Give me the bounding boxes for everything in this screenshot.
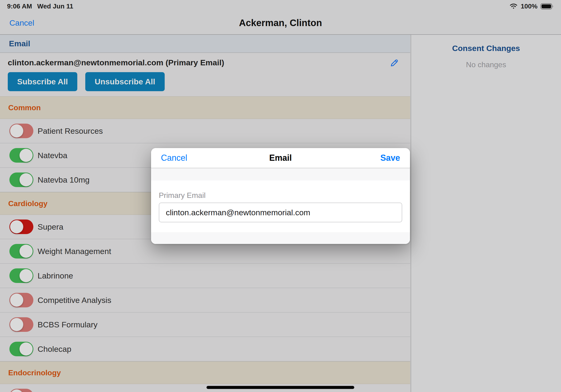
consent-toggle[interactable] [9,342,33,356]
consent-row-label: BCBS Formulary [38,320,97,329]
email-edit-modal: Cancel Email Save Primary Email [151,148,410,244]
section-header-label: Common [0,103,41,112]
pencil-edit-icon[interactable] [389,57,399,68]
email-section-title: Email [0,39,30,48]
consent-row-label: Natevba 10mg [38,175,89,185]
consent-toggle[interactable] [9,219,33,234]
consent-toggle[interactable] [9,317,33,332]
toggle-knob [20,245,33,258]
cancel-button[interactable]: Cancel [9,18,34,28]
consent-row-label: Weight Management [38,247,111,256]
consent-row-label: Supera [38,222,64,231]
consent-groups: CommonPatient ResourcesNatevbaNatevba 10… [0,96,410,392]
home-indicator[interactable] [206,386,354,389]
modal-body: Primary Email [151,181,410,232]
consent-toggle[interactable] [9,244,33,259]
consent-changes-panel: Consent Changes No changes [411,35,561,392]
toggle-knob [20,173,33,186]
battery-percent-label: 100% [521,3,538,10]
consent-row-label: Patient Resources [38,126,103,136]
modal-header-strip [151,168,410,181]
modal-header: Cancel Email Save [151,148,410,168]
navigation-bar: Cancel Ackerman, Clinton [0,11,561,34]
consent-row-label: Cholecap [38,345,71,354]
toggle-knob [20,342,33,356]
subscribe-all-button[interactable]: Subscribe All [8,72,77,91]
consent-toggle[interactable] [9,124,33,138]
wifi-icon [509,3,518,10]
status-bar: 9:06 AM Wed Jun 11 100% [0,0,561,11]
toggle-knob [10,389,23,392]
status-time: 9:06 AM [7,3,32,10]
primary-email-input[interactable] [159,203,402,222]
email-section-header: Email [0,35,410,53]
consent-row: Competitive Analysis [0,288,410,313]
consent-row: Cholecap [0,337,410,361]
toggle-knob [20,269,33,282]
screen: 9:06 AM Wed Jun 11 100% Cance [0,0,561,392]
status-time-date: 9:06 AM Wed Jun 11 [7,1,73,10]
primary-email-label: clinton.ackerman@newtonmemorial.com (Pri… [0,58,224,67]
toggle-knob [10,294,23,307]
consent-row-label: Competitive Analysis [38,296,111,305]
section-header: Common [0,96,410,119]
modal-cancel-button[interactable]: Cancel [161,153,187,163]
primary-email-field-label: Primary Email [159,191,205,200]
bulk-actions: Subscribe All Unsubscribe All [0,72,410,96]
section-header-label: Endocrinology [0,369,61,377]
consent-toggle[interactable] [9,173,33,187]
section-header-label: Cardiology [0,199,47,208]
toggle-knob [20,149,33,162]
status-date: Wed Jun 11 [37,3,73,10]
section-header: Endocrinology [0,361,410,384]
consent-row: Patient Resources [0,119,410,143]
toggle-knob [10,318,23,331]
unsubscribe-all-button[interactable]: Unsubscribe All [85,72,165,91]
modal-title: Email [269,153,292,163]
page-title: Ackerman, Clinton [239,18,322,28]
consent-row: Labrinone [0,264,410,288]
consent-changes-empty-message: No changes [411,60,561,69]
primary-email-row: clinton.ackerman@newtonmemorial.com (Pri… [0,53,410,72]
modal-save-button[interactable]: Save [380,153,400,163]
toggle-knob [10,124,23,138]
consent-row-label: Natevba [38,151,67,160]
consent-toggle[interactable] [9,148,33,163]
consent-toggle[interactable] [9,268,33,283]
battery-icon [540,3,554,10]
toggle-knob [10,220,23,233]
status-indicators: 100% [509,1,554,10]
consent-toggle[interactable] [9,293,33,307]
consent-toggle[interactable] [9,389,33,392]
consent-row-label: Labrinone [38,271,73,280]
consent-changes-title: Consent Changes [411,44,561,53]
consent-row: BCBS Formulary [0,313,410,337]
modal-footer-strip [151,232,410,244]
